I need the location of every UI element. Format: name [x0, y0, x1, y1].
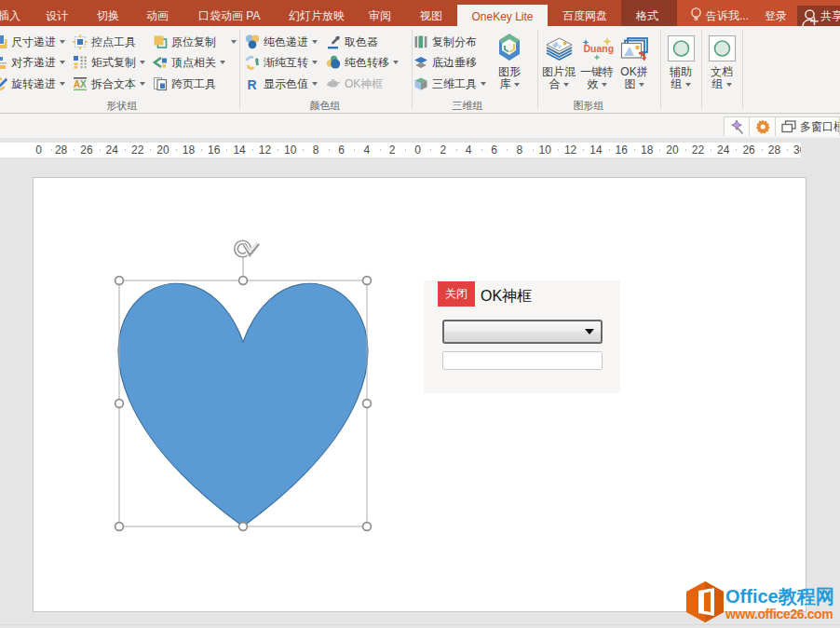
svg-text:www.office26.com: www.office26.com [725, 607, 833, 621]
svg-text:Office教程网: Office教程网 [725, 586, 834, 607]
